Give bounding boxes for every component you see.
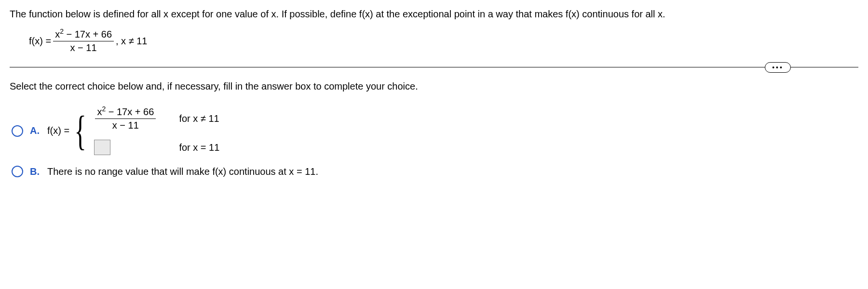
- choice-a-radio[interactable]: [12, 125, 23, 137]
- case-1-numerator: x2 − 17x + 66: [95, 106, 156, 119]
- choice-b-text: There is no range value that will make f…: [47, 166, 318, 177]
- num-pre: x: [55, 29, 60, 39]
- choice-a-row: A. f(x) = { x2 − 17x + 66 x − 11 for x ≠…: [12, 106, 858, 155]
- fraction: x2 − 17x + 66 x − 11: [53, 29, 114, 53]
- fx-lhs: f(x) =: [29, 36, 51, 47]
- c1-num-post: − 17x + 66: [106, 106, 154, 117]
- numerator: x2 − 17x + 66: [53, 29, 114, 41]
- instruction-text: Select the correct choice below and, if …: [10, 81, 858, 92]
- divider: [10, 67, 858, 67]
- num-post: − 17x + 66: [64, 29, 112, 39]
- choice-b-label: B.: [30, 166, 41, 177]
- question-text: The function below is defined for all x …: [10, 8, 858, 20]
- case-1-fraction: x2 − 17x + 66 x − 11: [95, 106, 156, 131]
- domain-condition: , x ≠ 11: [116, 36, 147, 47]
- more-options-button[interactable]: •••: [765, 62, 791, 73]
- divider-row: •••: [10, 67, 858, 67]
- answer-input[interactable]: [94, 140, 110, 155]
- function-definition: f(x) = x2 − 17x + 66 x − 11 , x ≠ 11: [29, 29, 858, 53]
- choice-a-label: A.: [30, 125, 41, 136]
- case-2-condition: for x = 11: [179, 142, 219, 153]
- case-2-expr: [93, 140, 175, 155]
- case-1-condition: for x ≠ 11: [179, 113, 219, 124]
- choice-a-lhs: f(x) =: [47, 125, 69, 136]
- case-1-expr: x2 − 17x + 66 x − 11: [93, 106, 175, 131]
- c1-num-pre: x: [97, 106, 102, 117]
- case-1-denominator: x − 11: [110, 119, 141, 131]
- choice-b-radio[interactable]: [12, 166, 23, 177]
- case-1: x2 − 17x + 66 x − 11 for x ≠ 11: [93, 106, 219, 131]
- left-brace-icon: {: [74, 114, 86, 147]
- case-2: for x = 11: [93, 140, 219, 155]
- denominator: x − 11: [68, 41, 99, 53]
- choice-b-row: B. There is no range value that will mak…: [12, 166, 858, 177]
- choice-a-content: f(x) = { x2 − 17x + 66 x − 11 for x ≠ 11: [47, 106, 219, 155]
- piecewise-cases: x2 − 17x + 66 x − 11 for x ≠ 11 for x = …: [93, 106, 219, 155]
